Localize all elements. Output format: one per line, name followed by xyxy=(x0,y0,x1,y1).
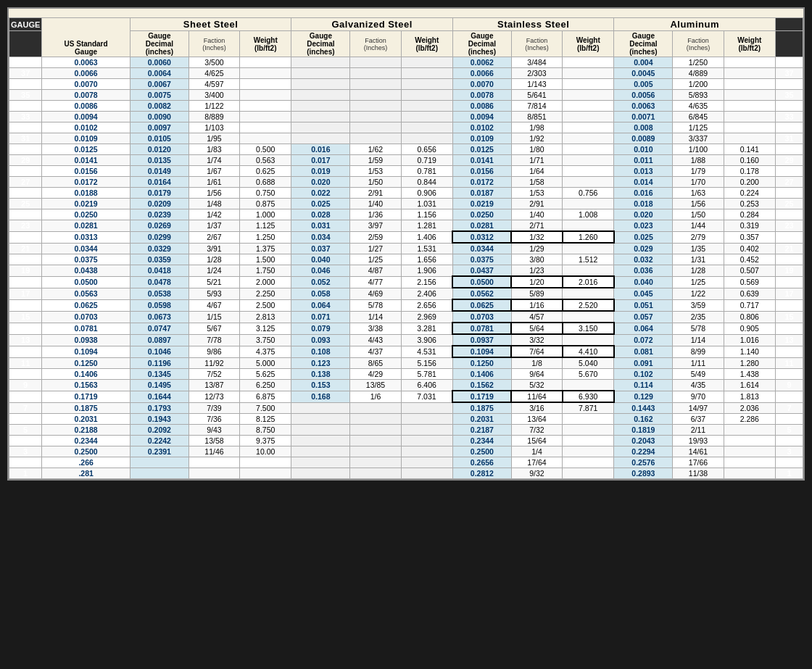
ss-decimal-17: 0.0538 xyxy=(130,288,188,299)
sts-decimal-3: 0.2500 xyxy=(452,446,511,457)
al-wt-31 xyxy=(724,133,775,144)
ss-decimal-11: 0.1196 xyxy=(130,357,188,369)
gauge-num-right-32: 32 xyxy=(776,122,803,133)
gs-decimal-33 xyxy=(291,112,350,122)
table-row: 14 0.0781 0.0747 5/67 3.125 0.079 3/38 3… xyxy=(9,323,803,334)
ss-frac-14: 5/67 xyxy=(188,323,239,334)
gs-decimal-37 xyxy=(291,68,350,79)
gs-decimal-7 xyxy=(291,402,350,414)
sts-frac-1: 9/32 xyxy=(511,468,562,479)
sts-decimal-23: 0.0281 xyxy=(452,220,511,232)
gauge-num-left-18: 18 xyxy=(9,276,42,288)
gs-frac-20: 1/25 xyxy=(350,254,401,265)
gs-decimal-19: 0.046 xyxy=(291,265,350,277)
sts-frac-17: 5/89 xyxy=(511,288,562,299)
gs-frac-13: 4/43 xyxy=(350,334,401,346)
us-std-inches-23: 0.0281 xyxy=(42,220,130,232)
al-frac-38: 1/250 xyxy=(673,57,724,68)
ss-decimal-7: 0.1793 xyxy=(130,402,188,414)
us-std-inches-37: 0.0066 xyxy=(42,68,130,79)
sts-frac-18: 1/20 xyxy=(511,276,562,288)
us-std-inches-32: 0.0102 xyxy=(42,122,130,133)
us-std-inches-18: 0.0500 xyxy=(42,276,130,288)
ss-frac-26: 1/56 xyxy=(188,188,239,199)
sts-decimal-6: 0.2031 xyxy=(452,414,511,425)
sts-decimal-36: 0.0070 xyxy=(452,79,511,90)
gauge-num-right-28: 28 xyxy=(776,166,803,177)
sts-decimal-21: 0.0344 xyxy=(452,243,511,254)
gs-decimal-38 xyxy=(291,57,350,68)
gauge-num-right-15: 15 xyxy=(776,311,803,323)
gauge-num-right-27: 27 xyxy=(776,177,803,188)
al-wt-18: 0.569 xyxy=(724,276,775,288)
table-row: 18 0.0500 0.0478 5/21 2.000 0.052 4/77 2… xyxy=(9,276,803,288)
sts-wt-16: 2.520 xyxy=(563,299,614,311)
gs-decimal-10: 0.138 xyxy=(291,369,350,380)
table-row: 33 0.0094 0.0090 8/889 0.0094 8/851 0.00… xyxy=(9,112,803,122)
gauge-num-right-6: 6 xyxy=(776,414,803,425)
gs-frac-1 xyxy=(350,468,401,479)
ss-decimal-27: 0.0164 xyxy=(130,177,188,188)
gauge-num-right-16: 16 xyxy=(776,299,803,311)
gs-frac-32 xyxy=(350,122,401,133)
gs-wt-4 xyxy=(401,436,452,446)
table-row: 22 0.0313 0.0299 2/67 1.250 0.034 2/59 1… xyxy=(9,231,803,243)
gs-gauge-decimal-header: GaugeDecimal(inches) xyxy=(291,31,350,57)
ss-decimal-22: 0.0299 xyxy=(130,231,188,243)
al-frac-37: 4/889 xyxy=(673,68,724,79)
gs-frac-3 xyxy=(350,446,401,457)
gauge-num-right-20: 20 xyxy=(776,254,803,265)
sts-wt-19 xyxy=(563,265,614,277)
gauge-num-right-8: 8 xyxy=(776,391,803,402)
sts-frac-3: 1/4 xyxy=(511,446,562,457)
ss-wt-27: 0.688 xyxy=(240,177,291,188)
sts-decimal-11: 0.1250 xyxy=(452,357,511,369)
gs-wt-35 xyxy=(401,90,452,101)
gs-wt-33 xyxy=(401,112,452,122)
gs-decimal-16: 0.064 xyxy=(291,299,350,311)
gs-faction-header: Faction(Inches) xyxy=(350,31,401,57)
gauge-num-left-20: 20 xyxy=(9,254,42,265)
ss-frac-35: 3/400 xyxy=(188,90,239,101)
ss-frac-6: 7/36 xyxy=(188,414,239,425)
al-decimal-20: 0.032 xyxy=(614,254,673,265)
gs-decimal-3 xyxy=(291,446,350,457)
gs-frac-6 xyxy=(350,414,401,425)
sts-wt-4 xyxy=(563,436,614,446)
ss-frac-2 xyxy=(188,457,239,468)
ss-weight-header: Weight(lb/ft2) xyxy=(240,31,291,57)
gauge-num-right-17: 17 xyxy=(776,288,803,299)
al-frac-8: 9/70 xyxy=(673,391,724,402)
gs-wt-38 xyxy=(401,57,452,68)
al-decimal-27: 0.014 xyxy=(614,177,673,188)
ss-wt-1 xyxy=(240,468,291,479)
sts-decimal-28: 0.0156 xyxy=(452,166,511,177)
al-frac-27: 1/70 xyxy=(673,177,724,188)
gs-wt-28: 0.781 xyxy=(401,166,452,177)
gauge-num-right-14: 14 xyxy=(776,323,803,334)
ss-frac-7: 7/39 xyxy=(188,402,239,414)
al-frac-11: 1/11 xyxy=(673,357,724,369)
al-wt-1 xyxy=(724,468,775,479)
us-std-inches-9: 0.1563 xyxy=(42,380,130,391)
gauge-num-right-13: 13 xyxy=(776,334,803,346)
sts-wt-27 xyxy=(563,177,614,188)
ss-frac-38: 3/500 xyxy=(188,57,239,68)
us-std-inches-35: 0.0078 xyxy=(42,90,130,101)
gauge-num-left-28: 28 xyxy=(9,166,42,177)
al-frac-6: 6/37 xyxy=(673,414,724,425)
gs-frac-27: 1/50 xyxy=(350,177,401,188)
gs-frac-31 xyxy=(350,133,401,144)
ss-frac-24: 1/42 xyxy=(188,209,239,220)
gauge-num-left-25: 25 xyxy=(9,199,42,209)
gs-wt-3 xyxy=(401,446,452,457)
ss-decimal-34: 0.0082 xyxy=(130,101,188,112)
gs-decimal-26: 0.022 xyxy=(291,188,350,199)
us-std-inches-30: 0.0125 xyxy=(42,144,130,155)
gs-frac-22: 2/59 xyxy=(350,231,401,243)
al-wt-9: 1.614 xyxy=(724,380,775,391)
al-wt-23: 0.319 xyxy=(724,220,775,232)
gauge-num-right-37: 37 xyxy=(776,68,803,79)
al-frac-3: 14/61 xyxy=(673,446,724,457)
gs-frac-8: 1/6 xyxy=(350,391,401,402)
